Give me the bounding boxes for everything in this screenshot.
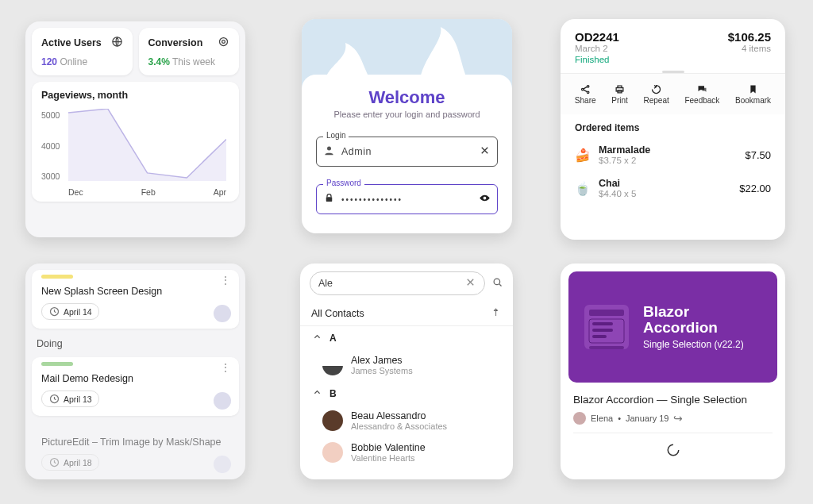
date-chip: April 18 bbox=[41, 454, 99, 471]
eye-icon[interactable] bbox=[479, 192, 491, 207]
y-tick: 5000 bbox=[41, 110, 60, 120]
order-status: Finished bbox=[575, 55, 619, 64]
card-title: PictureEdit – Trim Image by Mask/Shape bbox=[41, 437, 229, 448]
avatar bbox=[322, 442, 343, 463]
section-header: Doing bbox=[32, 329, 239, 357]
hero-banner: BlazorAccordion Single Selection (v22.2) bbox=[568, 271, 777, 383]
welcome-subtitle: Please enter your login and password bbox=[316, 110, 498, 119]
password-input[interactable]: Password •••••••••••••• bbox=[316, 184, 498, 214]
item-image: 🍵 bbox=[575, 181, 591, 196]
avatar bbox=[322, 355, 343, 375]
active-users-card[interactable]: Active Users 120 Online bbox=[32, 28, 133, 75]
order-count: 4 items bbox=[728, 44, 771, 53]
author-avatar bbox=[573, 412, 586, 425]
password-label: Password bbox=[323, 179, 364, 187]
ordered-items-heading: Ordered items bbox=[561, 114, 785, 138]
svg-rect-18 bbox=[592, 322, 613, 325]
share-button[interactable]: Share bbox=[575, 82, 596, 105]
search-input[interactable]: Ale bbox=[310, 271, 485, 295]
order-id: OD2241 bbox=[575, 30, 619, 44]
order-panel: OD2241 March 2 Finished $106.25 4 items … bbox=[561, 19, 785, 240]
feedback-icon bbox=[684, 82, 719, 96]
svg-rect-21 bbox=[589, 346, 624, 349]
kanban-card[interactable]: PictureEdit – Trim Image by Mask/Shape A… bbox=[32, 421, 239, 479]
print-button[interactable]: Print bbox=[611, 82, 628, 105]
chevron-up-icon bbox=[311, 387, 323, 401]
svg-point-2 bbox=[222, 40, 225, 44]
article-title: Blazor Accordion — Single Selection bbox=[573, 394, 773, 406]
order-date: March 2 bbox=[575, 44, 619, 53]
y-tick: 4000 bbox=[41, 141, 60, 151]
share-icon bbox=[575, 82, 596, 96]
svg-rect-20 bbox=[592, 335, 607, 338]
date-chip: April 14 bbox=[41, 303, 99, 320]
blazor-card: BlazorAccordion Single Selection (v22.2)… bbox=[561, 264, 785, 479]
clear-icon[interactable] bbox=[479, 144, 491, 160]
x-tick: Feb bbox=[141, 187, 156, 197]
active-users-value: 120 bbox=[41, 56, 57, 67]
loading-spinner bbox=[573, 433, 773, 460]
target-icon bbox=[218, 36, 229, 50]
more-icon[interactable]: ⋮ bbox=[220, 364, 231, 371]
card-title: New Splash Screen Design bbox=[41, 286, 229, 297]
item-price: $22.00 bbox=[739, 183, 771, 194]
avatar bbox=[214, 456, 231, 473]
globe-icon bbox=[111, 36, 123, 50]
active-users-title: Active Users bbox=[41, 37, 102, 48]
kanban-card[interactable]: ⋮ Mail Demo Redesign April 13 bbox=[32, 357, 239, 416]
pageviews-title: Pageviews, month bbox=[41, 90, 229, 101]
feedback-button[interactable]: Feedback bbox=[684, 82, 719, 105]
section-row[interactable]: B bbox=[300, 382, 513, 406]
order-total: $106.25 bbox=[728, 30, 771, 44]
lock-icon bbox=[323, 192, 335, 207]
contacts-panel: Ale All Contacts A Alex James James Syst… bbox=[300, 264, 513, 479]
contacts-heading: All Contacts bbox=[311, 308, 364, 319]
bookmark-button[interactable]: Bookmark bbox=[735, 82, 771, 105]
sort-icon[interactable] bbox=[490, 306, 502, 321]
conversion-title: Conversion bbox=[148, 37, 203, 48]
svg-rect-19 bbox=[592, 329, 613, 332]
kanban-card[interactable]: ⋮ New Splash Screen Design April 14 bbox=[32, 270, 239, 329]
clear-icon[interactable] bbox=[464, 276, 476, 290]
section-row[interactable]: A bbox=[300, 326, 513, 350]
bookmark-icon bbox=[735, 82, 771, 96]
priority-bar bbox=[41, 362, 73, 366]
svg-rect-16 bbox=[589, 310, 624, 316]
avatar bbox=[214, 305, 231, 322]
kanban-panel: ⋮ New Splash Screen Design April 14 Doin… bbox=[25, 264, 245, 479]
avatar bbox=[214, 392, 231, 410]
avatar bbox=[322, 410, 343, 431]
welcome-title: Welcome bbox=[316, 87, 498, 108]
order-item[interactable]: 🍵 Chai $4.40 x 5 $22.00 bbox=[561, 171, 785, 205]
conversion-value: 3.4% bbox=[148, 56, 170, 67]
contact-row[interactable]: Alex James James Systems bbox=[300, 350, 513, 382]
item-image: 🍰 bbox=[575, 148, 591, 163]
conversion-card[interactable]: Conversion 3.4% This week bbox=[139, 28, 240, 75]
repeat-button[interactable]: Repeat bbox=[644, 82, 669, 105]
dashboard-panel: Active Users 120 Online Conversion 3.4% … bbox=[25, 21, 245, 237]
login-input[interactable]: Login Admin bbox=[316, 137, 498, 167]
more-icon[interactable]: ⋮ bbox=[220, 276, 231, 284]
accordion-icon bbox=[581, 302, 632, 352]
svg-point-1 bbox=[220, 38, 228, 46]
contact-row[interactable]: Bobbie Valentine Valentine Hearts bbox=[300, 437, 513, 469]
svg-rect-5 bbox=[326, 197, 333, 202]
login-value: Admin bbox=[341, 146, 479, 157]
date-chip: April 13 bbox=[41, 391, 99, 407]
order-item[interactable]: 🍰 Marmalade $3.75 x 2 $7.50 bbox=[561, 138, 785, 171]
svg-point-8 bbox=[587, 91, 589, 94]
print-icon bbox=[611, 82, 628, 96]
search-icon[interactable] bbox=[491, 276, 503, 291]
contact-row[interactable]: Beau Alessandro Alessandro & Associates bbox=[300, 406, 513, 437]
article-date: January 19 bbox=[626, 414, 669, 423]
svg-point-7 bbox=[587, 85, 589, 87]
chevron-up-icon bbox=[311, 331, 323, 345]
card-title: Mail Demo Redesign bbox=[41, 373, 229, 384]
pageviews-chart: 5000 4000 3000 Dec Feb Apr bbox=[41, 106, 229, 197]
share-icon[interactable]: ↪ bbox=[673, 412, 683, 425]
author-name: Elena bbox=[591, 414, 613, 423]
x-tick: Dec bbox=[68, 187, 83, 197]
login-panel: Welcome Please enter your login and pass… bbox=[302, 19, 512, 233]
login-label: Login bbox=[323, 131, 349, 140]
svg-point-6 bbox=[581, 88, 584, 90]
